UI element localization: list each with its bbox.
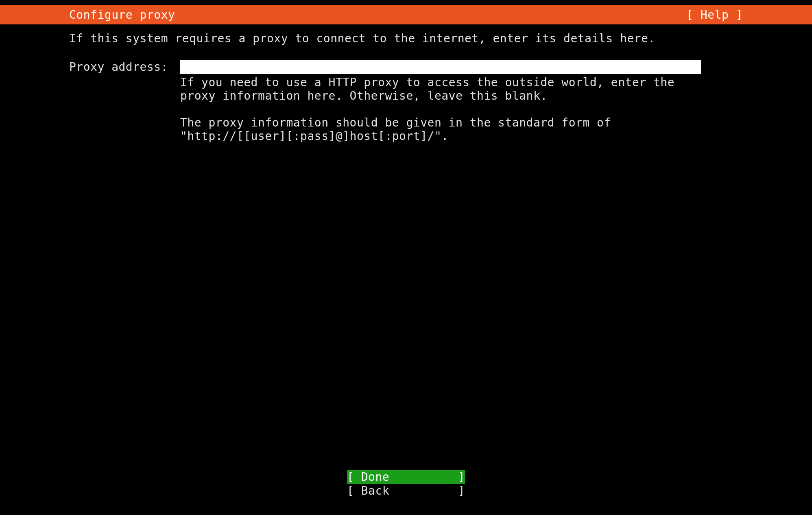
footer-buttons: [ Done ] [ Back ] [0,470,812,498]
bracket-icon: ] [458,484,465,498]
page-title: Configure proxy [69,8,175,22]
back-button[interactable]: [ Back ] [347,484,465,498]
bracket-icon: ] [458,470,465,484]
help-button[interactable]: [ Help ] [686,8,743,22]
description-text: If this system requires a proxy to conne… [69,32,743,46]
proxy-input[interactable] [180,60,701,74]
done-button-label: Done [361,470,458,484]
content-area: If this system requires a proxy to conne… [0,24,812,156]
proxy-help-2: The proxy information should be given in… [180,116,701,143]
proxy-label: Proxy address: [69,60,168,74]
bracket-icon: [ [347,470,361,484]
proxy-field-row: Proxy address: If you need to use a HTTP… [69,60,743,156]
back-button-label: Back [361,484,458,498]
bracket-icon: [ [347,484,361,498]
proxy-help-1: If you need to use a HTTP proxy to acces… [180,76,701,103]
done-button[interactable]: [ Done ] [347,470,465,484]
header-bar: Configure proxy [ Help ] [0,5,812,24]
